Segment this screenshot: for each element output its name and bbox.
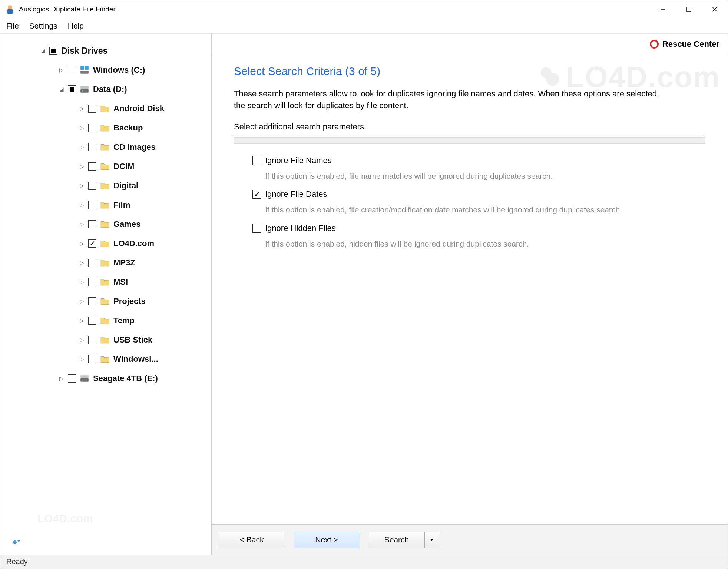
menu-help[interactable]: Help [68, 21, 84, 30]
tree-folder[interactable]: ▷MP3Z [6, 253, 210, 272]
tree-folder-label: Games [113, 219, 140, 229]
app-icon [5, 4, 15, 14]
search-dropdown[interactable] [424, 532, 439, 548]
tree-checkbox[interactable] [88, 105, 96, 113]
expander-icon[interactable]: ◢ [40, 47, 46, 54]
tree-folder[interactable]: ▷USB Stick [6, 330, 210, 350]
option-checkbox[interactable] [252, 156, 261, 165]
menu-file[interactable]: File [6, 21, 19, 30]
settings-gear-icon[interactable] [9, 537, 20, 548]
expander-icon[interactable]: ▷ [79, 163, 85, 170]
tree-folder[interactable]: ▷Digital [6, 176, 210, 195]
expander-icon[interactable]: ▷ [58, 375, 65, 382]
expander-icon[interactable]: ▷ [79, 298, 85, 305]
expander-icon[interactable]: ▷ [79, 337, 85, 343]
folder-icon [100, 335, 110, 345]
tree-checkbox[interactable] [88, 124, 96, 132]
expander-icon[interactable]: ▷ [79, 144, 85, 150]
folder-icon [100, 162, 110, 171]
tree-folder[interactable]: ▷DCIM [6, 157, 210, 176]
expander-icon[interactable]: ◢ [58, 86, 65, 93]
next-button[interactable]: Next > [294, 532, 359, 548]
option-description: If this option is enabled, file creation… [265, 204, 660, 215]
tree-checkbox[interactable] [88, 336, 96, 344]
svg-point-0 [8, 5, 12, 10]
expander-icon[interactable]: ▷ [79, 279, 85, 285]
folder-icon [100, 354, 110, 364]
close-button[interactable] [702, 0, 728, 18]
expander-icon[interactable]: ▷ [79, 182, 85, 189]
expander-icon[interactable]: ▷ [79, 317, 85, 324]
folder-icon [100, 219, 110, 229]
parameters-label: Select additional search parameters: [234, 122, 705, 132]
option-label: Ignore File Names [265, 156, 332, 165]
expander-icon[interactable]: ▷ [79, 105, 85, 112]
tree-drive-label: Data (D:) [93, 85, 127, 94]
option-checkbox[interactable] [252, 224, 261, 233]
tree-folder[interactable]: ▷WindowsI... [6, 350, 210, 369]
tree-folder[interactable]: ▷Film [6, 195, 210, 215]
tree-folder-label: CD Images [113, 142, 156, 152]
search-option: Ignore File DatesIf this option is enabl… [252, 189, 660, 215]
expander-icon[interactable]: ▷ [79, 125, 85, 131]
folder-icon [100, 200, 110, 210]
expander-icon[interactable]: ▷ [79, 240, 85, 247]
expander-icon[interactable]: ▷ [79, 221, 85, 228]
tree-folder-label: Temp [113, 316, 135, 325]
tree-folder-label: USB Stick [113, 335, 152, 345]
tree-checkbox[interactable] [68, 85, 76, 93]
svg-rect-6 [80, 71, 89, 74]
tree-folder-label: DCIM [113, 162, 134, 171]
tree-checkbox[interactable] [88, 182, 96, 190]
tree-checkbox[interactable] [88, 239, 96, 248]
tree-checkbox[interactable] [88, 220, 96, 228]
expander-icon[interactable]: ▷ [79, 259, 85, 266]
tree-checkbox[interactable] [88, 355, 96, 363]
expander-icon[interactable]: ▷ [58, 67, 65, 73]
tree-folder[interactable]: ▷MSI [6, 272, 210, 292]
tree-drive[interactable]: ◢Data (D:) [6, 80, 210, 99]
folder-icon [100, 104, 110, 113]
drive-icon [80, 374, 89, 383]
menu-settings[interactable]: Settings [29, 21, 57, 30]
tree-folder-label: Digital [113, 181, 138, 191]
tree-drive-label: Windows (C:) [93, 65, 145, 75]
tree-checkbox[interactable] [88, 297, 96, 305]
main-header: Rescue Center [212, 34, 728, 54]
tree-folder[interactable]: ▷LO4D.com [6, 234, 210, 253]
tree-checkbox[interactable] [88, 278, 96, 286]
parameters-list-header [234, 137, 705, 144]
tree-checkbox[interactable] [88, 201, 96, 209]
tree-checkbox[interactable] [88, 259, 96, 267]
tree-folder[interactable]: ▷Games [6, 215, 210, 234]
tree-folder[interactable]: ▷Backup [6, 118, 210, 138]
tree-checkbox[interactable] [49, 47, 57, 55]
drive-icon [80, 85, 89, 94]
minimize-button[interactable] [650, 0, 676, 18]
maximize-button[interactable] [676, 0, 702, 18]
tree-folder[interactable]: ▷Projects [6, 292, 210, 311]
tree-checkbox[interactable] [88, 162, 96, 171]
back-button[interactable]: < Back [219, 532, 284, 548]
tree-checkbox[interactable] [68, 66, 76, 74]
tree-drive[interactable]: ▷Windows (C:) [6, 60, 210, 80]
status-text: Ready [6, 558, 28, 566]
tree-checkbox[interactable] [88, 317, 96, 325]
folder-icon [100, 181, 110, 191]
tree-drive[interactable]: ▷Seagate 4TB (E:) [6, 369, 210, 388]
tree-folder-label: WindowsI... [113, 354, 158, 364]
option-checkbox[interactable] [252, 190, 261, 199]
tree-folder[interactable]: ▷Temp [6, 311, 210, 330]
tree-folder-label: Backup [113, 123, 143, 133]
svg-rect-1 [7, 9, 13, 14]
rescue-center-link[interactable]: Rescue Center [662, 39, 719, 49]
tree-folder[interactable]: ▷CD Images [6, 138, 210, 157]
tree-folder-label: MP3Z [113, 258, 135, 268]
search-button[interactable]: Search [369, 532, 424, 548]
expander-icon[interactable]: ▷ [79, 356, 85, 363]
tree-folder[interactable]: ▷Android Disk [6, 99, 210, 118]
expander-icon[interactable]: ▷ [79, 202, 85, 208]
tree-checkbox[interactable] [88, 143, 96, 151]
tree-checkbox[interactable] [68, 374, 76, 383]
tree-root[interactable]: ◢Disk Drives [6, 41, 210, 60]
